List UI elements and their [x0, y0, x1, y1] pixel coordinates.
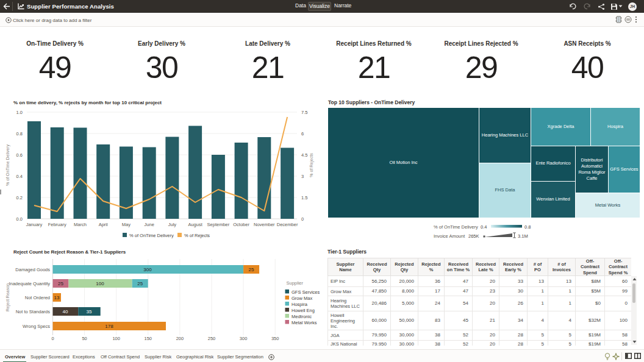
svg-text:Inadequate Quantity: Inadequate Quantity — [9, 281, 50, 286]
svg-text:40: 40 — [63, 309, 68, 314]
svg-text:November: November — [254, 222, 275, 227]
svg-text:0.8: 0.8 — [524, 224, 531, 230]
svg-text:1.0: 1.0 — [16, 110, 23, 115]
svg-text:300: 300 — [143, 267, 152, 272]
svg-text:25: 25 — [137, 281, 143, 286]
svg-text:0.4: 0.4 — [16, 174, 23, 179]
svg-text:% of OnTime Delivery: % of OnTime Delivery — [129, 233, 174, 238]
svg-text:0: 0 — [301, 216, 304, 222]
svg-text:7.5: 7.5 — [301, 110, 307, 115]
svg-text:25: 25 — [58, 281, 63, 286]
svg-text:0.4: 0.4 — [481, 224, 487, 230]
svg-text:Medtronic: Medtronic — [292, 314, 312, 319]
svg-text:% of OnTime Delivery: % of OnTime Delivery — [5, 144, 10, 186]
svg-text:June: June — [145, 222, 154, 227]
svg-text:3.1M: 3.1M — [518, 233, 528, 239]
svg-text:50: 50 — [82, 336, 87, 341]
svg-text:Reject Reason: Reject Reason — [5, 283, 10, 311]
svg-text:GFS Services: GFS Services — [292, 289, 320, 295]
svg-text:0.6: 0.6 — [16, 152, 23, 158]
svg-text:February: February — [48, 222, 66, 227]
svg-text:300: 300 — [240, 336, 248, 341]
svg-text:200: 200 — [176, 336, 184, 341]
svg-text:Invoice Amount: Invoice Amount — [434, 233, 465, 239]
svg-text:0: 0 — [51, 336, 54, 341]
svg-text:0.2: 0.2 — [16, 195, 23, 201]
svg-text:August: August — [188, 222, 202, 227]
svg-text:13: 13 — [54, 295, 60, 300]
svg-text:December: December — [277, 222, 298, 227]
svg-text:100: 100 — [112, 336, 120, 341]
svg-text:6: 6 — [301, 131, 304, 137]
svg-text:Supplier: Supplier — [287, 280, 304, 286]
svg-text:25: 25 — [249, 267, 254, 272]
svg-text:July: July — [168, 222, 177, 227]
svg-text:% of Rejects: % of Rejects — [309, 153, 314, 177]
svg-text:0.0: 0.0 — [16, 216, 23, 222]
svg-text:% of Rejects: % of Rejects — [184, 233, 210, 238]
svg-text:September: September — [207, 222, 230, 227]
svg-text:178: 178 — [105, 324, 113, 329]
svg-text:Grow Max: Grow Max — [292, 296, 312, 301]
svg-text:350: 350 — [271, 336, 279, 341]
svg-text:Not Ordered: Not Ordered — [25, 295, 50, 300]
svg-text:100: 100 — [96, 281, 104, 286]
svg-text:% of OnTime Delivery: % of OnTime Delivery — [434, 224, 478, 230]
svg-text:0.8: 0.8 — [16, 131, 23, 137]
svg-text:May: May — [122, 222, 131, 227]
svg-text:March: March — [74, 222, 87, 227]
svg-text:1.5: 1.5 — [301, 195, 307, 201]
svg-text:150: 150 — [145, 336, 152, 341]
svg-text:October: October — [233, 222, 249, 227]
svg-text:4.5: 4.5 — [301, 152, 307, 158]
svg-text:Not to Standards: Not to Standards — [16, 309, 51, 314]
svg-text:250: 250 — [208, 336, 216, 341]
svg-text:January: January — [26, 222, 43, 227]
svg-text:Hospira: Hospira — [292, 302, 308, 307]
svg-text:Damaged Goods: Damaged Goods — [15, 267, 50, 272]
svg-text:April: April — [99, 222, 108, 227]
svg-text:265K: 265K — [468, 233, 479, 239]
svg-text:Howell Eng: Howell Eng — [292, 308, 315, 313]
svg-text:3: 3 — [301, 174, 304, 179]
svg-text:Metal Works: Metal Works — [292, 320, 317, 325]
svg-text:Wrong Specs: Wrong Specs — [23, 324, 50, 329]
svg-text:35: 35 — [87, 309, 92, 314]
